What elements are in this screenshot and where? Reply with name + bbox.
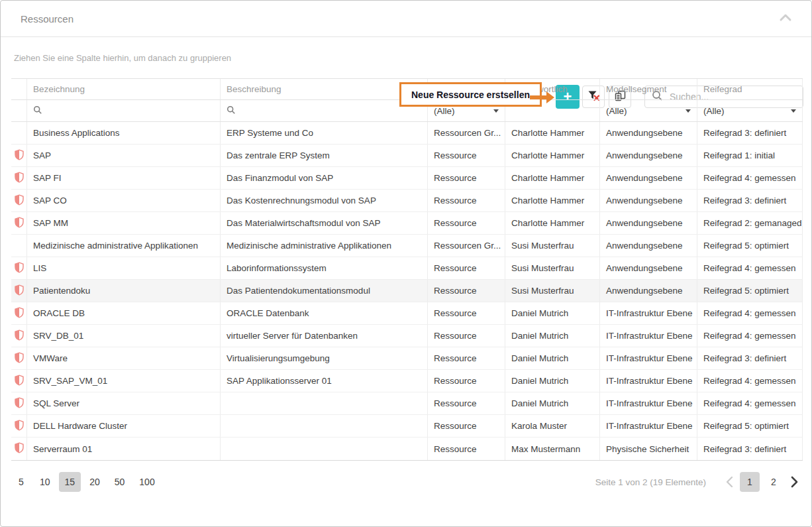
table-row[interactable]: SAP Das zentrale ERP System Ressource Ch… — [11, 145, 803, 167]
cell-beschreibung[interactable]: Das zentrale ERP System — [221, 145, 428, 166]
cell-typ[interactable]: Ressource — [428, 302, 505, 324]
cell-beschreibung[interactable] — [221, 415, 428, 437]
cell-bezeichnung[interactable]: SAP MM — [27, 212, 221, 234]
cell-typ[interactable]: Ressourcen Gr... — [428, 235, 505, 257]
page-number-1[interactable]: 1 — [740, 472, 760, 492]
filter-reifegrad[interactable]: (Alle) — [697, 100, 803, 121]
cell-beschreibung[interactable]: virtueller Server für Datenbanken — [221, 325, 428, 347]
cell-reifegrad[interactable]: Reifegrad 3: definiert — [697, 122, 803, 144]
cell-modellsegment[interactable]: IT-Infrastruktur Ebene — [600, 302, 697, 324]
cell-typ[interactable]: Ressource — [428, 438, 505, 460]
cell-verantwortlich[interactable]: Charlotte Hammer — [505, 212, 600, 234]
cell-modellsegment[interactable]: Physische Sicherheit — [600, 438, 697, 460]
cell-beschreibung[interactable]: Das Materialwirtschaftsmodul von SAP — [221, 212, 428, 234]
cell-typ[interactable]: Ressource — [428, 392, 505, 414]
filter-beschreibung[interactable] — [221, 100, 428, 121]
cell-modellsegment[interactable]: Anwendungsebene — [600, 212, 697, 234]
cell-reifegrad[interactable]: Reifegrad 1: initial — [697, 145, 803, 166]
cell-reifegrad[interactable]: Reifegrad 4: gemessen — [697, 302, 803, 324]
next-page-icon[interactable] — [786, 472, 803, 492]
cell-modellsegment[interactable]: Anwendungsebene — [600, 235, 697, 257]
prev-page-icon[interactable] — [721, 472, 738, 492]
cell-verantwortlich[interactable]: Daniel Mutrich — [505, 302, 600, 324]
cell-typ[interactable]: Ressourcen Gr... — [428, 122, 505, 144]
cell-reifegrad[interactable]: Reifegrad 4: gemessen — [697, 257, 803, 279]
cell-verantwortlich[interactable]: Daniel Mutrich — [505, 347, 600, 369]
cell-modellsegment[interactable]: IT-Infrastruktur Ebene — [600, 347, 697, 369]
cell-beschreibung[interactable]: ORACLE Datenbank — [221, 302, 428, 324]
cell-typ[interactable]: Ressource — [428, 257, 505, 279]
cell-beschreibung[interactable]: Das Finanzmodul von SAP — [221, 167, 428, 189]
cell-bezeichnung[interactable]: VMWare — [27, 347, 221, 369]
table-row[interactable]: DELL Hardware Cluster Ressource Karola M… — [11, 415, 803, 438]
cell-verantwortlich[interactable]: Susi Musterfrau — [505, 235, 600, 257]
cell-modellsegment[interactable]: IT-Infrastruktur Ebene — [600, 370, 697, 392]
cell-reifegrad[interactable]: Reifegrad 4: gemessen — [697, 325, 803, 347]
cell-reifegrad[interactable]: Reifegrad 4: gemessen — [697, 167, 803, 189]
cell-beschreibung[interactable] — [221, 392, 428, 414]
cell-beschreibung[interactable]: Virtualisierungsumgebung — [221, 347, 428, 369]
filter-bezeichnung[interactable] — [27, 100, 221, 121]
page-size-15[interactable]: 15 — [59, 472, 81, 492]
table-row[interactable]: SAP MM Das Materialwirtschaftsmodul von … — [11, 212, 803, 235]
cell-verantwortlich[interactable]: Daniel Mutrich — [505, 392, 600, 414]
cell-reifegrad[interactable]: Reifegrad 2: gemanaged — [697, 212, 803, 234]
cell-verantwortlich[interactable]: Susi Musterfrau — [505, 280, 600, 302]
cell-beschreibung[interactable]: SAP Applikationsserver 01 — [221, 370, 428, 392]
filter-modellsegment[interactable]: (Alle) — [600, 100, 697, 121]
cell-verantwortlich[interactable]: Susi Musterfrau — [505, 257, 600, 279]
page-size-5[interactable]: 5 — [11, 472, 31, 492]
cell-typ[interactable]: Ressource — [428, 212, 505, 234]
cell-modellsegment[interactable]: Anwendungsebene — [600, 167, 697, 189]
column-header-reifegrad[interactable]: Reifegrad — [697, 79, 803, 99]
cell-modellsegment[interactable]: IT-Infrastruktur Ebene — [600, 415, 697, 437]
cell-verantwortlich[interactable]: Charlotte Hammer — [505, 167, 600, 189]
cell-reifegrad[interactable]: Reifegrad 5: optimiert — [697, 280, 803, 302]
cell-bezeichnung[interactable]: Serverraum 01 — [27, 438, 221, 460]
page-size-50[interactable]: 50 — [109, 472, 131, 492]
cell-verantwortlich[interactable]: Charlotte Hammer — [505, 145, 600, 166]
cell-bezeichnung[interactable]: SAP CO — [27, 190, 221, 211]
cell-beschreibung[interactable]: Das Patientendokumentationsmodul — [221, 280, 428, 302]
cell-modellsegment[interactable]: Anwendungsebene — [600, 190, 697, 211]
cell-bezeichnung[interactable]: ORACLE DB — [27, 302, 221, 324]
cell-bezeichnung[interactable]: SQL Server — [27, 392, 221, 414]
chevron-up-icon[interactable] — [778, 13, 793, 25]
cell-typ[interactable]: Ressource — [428, 325, 505, 347]
table-row[interactable]: SAP FI Das Finanzmodul von SAP Ressource… — [11, 167, 803, 190]
cell-bezeichnung[interactable]: Patientendoku — [27, 280, 221, 302]
cell-beschreibung[interactable]: Medizinische administrative Applikatione… — [221, 235, 428, 257]
cell-bezeichnung[interactable]: SRV_DB_01 — [27, 325, 221, 347]
cell-verantwortlich[interactable]: Charlotte Hammer — [505, 190, 600, 211]
cell-reifegrad[interactable]: Reifegrad 3: definiert — [697, 347, 803, 369]
cell-modellsegment[interactable]: Anwendungsebene — [600, 145, 697, 166]
cell-modellsegment[interactable]: Anwendungsebene — [600, 257, 697, 279]
group-panel[interactable]: Ziehen Sie eine Spalte hierhin, um danac… — [14, 53, 231, 63]
cell-bezeichnung[interactable]: Business Applications — [27, 122, 221, 144]
cell-modellsegment[interactable]: Anwendungsebene — [600, 280, 697, 302]
cell-reifegrad[interactable]: Reifegrad 4: gemessen — [697, 370, 803, 392]
page-number-2[interactable]: 2 — [764, 472, 784, 492]
table-row[interactable]: SRV_DB_01 virtueller Server für Datenban… — [11, 325, 803, 347]
column-header-bezeichnung[interactable]: Bezeichnung — [27, 79, 221, 99]
cell-beschreibung[interactable]: ERP Systeme und Co — [221, 122, 428, 144]
cell-modellsegment[interactable]: IT-Infrastruktur Ebene — [600, 392, 697, 414]
cell-bezeichnung[interactable]: SRV_SAP_VM_01 — [27, 370, 221, 392]
cell-beschreibung[interactable] — [221, 438, 428, 460]
table-row[interactable]: Business Applications ERP Systeme und Co… — [11, 122, 803, 145]
cell-typ[interactable]: Ressource — [428, 370, 505, 392]
table-row[interactable]: ORACLE DB ORACLE Datenbank Ressource Dan… — [11, 302, 803, 325]
column-header-modellsegment[interactable]: Modellsegment — [600, 79, 697, 99]
cell-typ[interactable]: Ressource — [428, 347, 505, 369]
cell-typ[interactable]: Ressource — [428, 280, 505, 302]
cell-verantwortlich[interactable]: Daniel Mutrich — [505, 370, 600, 392]
cell-reifegrad[interactable]: Reifegrad 4: gemessen — [697, 392, 803, 414]
cell-modellsegment[interactable]: Anwendungsebene — [600, 122, 697, 144]
cell-verantwortlich[interactable]: Daniel Mutrich — [505, 325, 600, 347]
table-row[interactable]: Medizinische administrative Applikatione… — [11, 235, 803, 257]
table-row[interactable]: VMWare Virtualisierungsumgebung Ressourc… — [11, 347, 803, 370]
cell-reifegrad[interactable]: Reifegrad 3: definiert — [697, 190, 803, 211]
cell-beschreibung[interactable]: Laborinformationssystem — [221, 257, 428, 279]
table-row[interactable]: SRV_SAP_VM_01 SAP Applikationsserver 01 … — [11, 370, 803, 392]
cell-reifegrad[interactable]: Reifegrad 5: optimiert — [697, 235, 803, 257]
